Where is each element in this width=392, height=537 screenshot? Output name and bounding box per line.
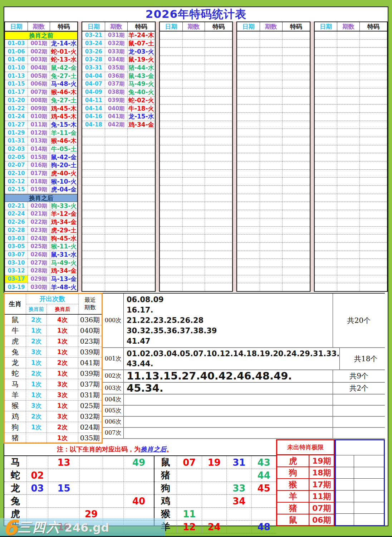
empty-draw-row xyxy=(315,194,387,202)
empty-cell xyxy=(354,514,384,525)
draw-code: 鼠-42-金 xyxy=(50,153,77,161)
draw-date: 02-24 xyxy=(5,210,28,218)
zodiac-stats-row: 兔 3次 1次 039期 xyxy=(5,347,102,358)
empty-draw-row xyxy=(160,283,232,291)
recent-period: 025期 xyxy=(78,401,102,411)
empty-draw-row xyxy=(237,218,309,227)
frequency-total xyxy=(333,406,385,416)
empty-draw-row xyxy=(315,145,387,154)
draw-row: 04-09 038期 兔-40-火 xyxy=(82,88,155,97)
zodiac-stats-row: 鸡 2次 3次 032期 xyxy=(5,411,102,422)
number-cell xyxy=(123,469,154,482)
table-separator xyxy=(156,21,159,292)
number-cell xyxy=(48,495,79,507)
number-cell: 45 xyxy=(251,482,276,494)
draw-code: 羊-12-金 xyxy=(50,210,77,218)
draw-date: 03-07 xyxy=(5,251,28,259)
number-cell: 19 xyxy=(202,456,227,469)
zodiac-name: 鼠 xyxy=(155,456,177,469)
draw-row: 02-24 021期 羊-12-金 xyxy=(5,210,77,218)
draw-table-header: 日期 期数 特码 xyxy=(315,22,387,32)
zodiac-name: 猪 xyxy=(5,433,26,443)
zodiac-stats-header: 生肖 开出次数 换肖前 换肖后 最近 期数 xyxy=(5,294,102,315)
empty-draw-row xyxy=(160,113,232,121)
frequency-row: 005次 xyxy=(103,406,385,417)
empty-draw-row xyxy=(82,267,155,275)
bottom-right-row: 鼠 07 19 31 43 xyxy=(155,456,276,469)
empty-draw-row xyxy=(160,161,232,170)
draw-code: 龙-15-水 xyxy=(127,113,155,121)
recent-period: 040期 xyxy=(78,325,102,336)
draw-period: 008期 xyxy=(28,97,50,105)
draw-table-group3: 日期 期数 特码 xyxy=(159,21,233,292)
empty-draw-row xyxy=(160,64,232,72)
draw-period: 011期 xyxy=(28,121,50,129)
draw-period: 039期 xyxy=(105,97,127,105)
limits-panel: 虎 19期 狗 18期 猴 17期 羊 11期 猪 07期 xyxy=(276,455,335,526)
number-cell: 34 xyxy=(226,495,251,507)
draw-period: 003期 xyxy=(28,56,50,64)
zodiac-stats-row: 鼠 2次 4次 036期 xyxy=(5,315,102,325)
recent-period: 036期 xyxy=(78,315,102,325)
empty-draw-row xyxy=(160,194,232,202)
draw-date: 03-05 xyxy=(5,243,28,251)
number-cell: 44 xyxy=(251,469,276,482)
draw-code: 狗-45-水 xyxy=(50,234,77,242)
number-cell: 49 xyxy=(123,456,154,469)
zodiac-name: 鸡 xyxy=(155,495,177,507)
zodiac-name: 兔 xyxy=(5,347,26,357)
limits-period: 07期 xyxy=(309,503,334,514)
draw-table-header: 日期 期数 特码 xyxy=(160,22,232,32)
empty-draw-row xyxy=(160,145,232,154)
empty-draw-row xyxy=(160,48,232,56)
code-column-header: 特码 xyxy=(50,22,77,31)
draw-period: 018期 xyxy=(28,178,50,185)
empty-draw-row xyxy=(160,80,232,88)
draw-table-group2: 日期 期数 特码 03-21 031期 羊-24-木 03-24 032期 鼠-… xyxy=(82,21,155,292)
draw-period: 023期 xyxy=(28,227,50,234)
frequency-numbers: 06.08.09 16.17. 21.22.23.25.26.28 30.32.… xyxy=(124,294,333,347)
draw-period: 021期 xyxy=(28,210,50,218)
empty-draw-row xyxy=(237,251,309,259)
draw-row: 02-03 014期 牛-05-土 xyxy=(5,145,77,154)
empty-draw-row xyxy=(237,145,309,154)
period-column-header: 期数 xyxy=(105,22,127,31)
frequency-total xyxy=(333,428,385,438)
empty-draw-row xyxy=(237,267,309,275)
empty-draw-row xyxy=(160,56,232,64)
bottom-left-table: 马 13 49 蛇 02 龙 03 15 xyxy=(4,455,155,526)
empty-draw-row xyxy=(315,121,387,129)
before-count: 2次 xyxy=(26,368,46,379)
number-cell xyxy=(177,469,202,482)
empty-draw-row xyxy=(315,64,387,72)
before-count: 1次 xyxy=(26,325,46,336)
frequency-numbers xyxy=(124,428,333,438)
draw-code: 鸡-34-金 xyxy=(50,218,77,226)
frequency-row: 002次 11.13.15.27.40.42.46.48.49. 共9个 xyxy=(103,370,385,383)
draw-period: 012期 xyxy=(28,129,50,137)
zodiac-name: 狗 xyxy=(155,482,177,494)
empty-draw-row xyxy=(82,137,155,145)
draw-period: 010期 xyxy=(28,113,50,121)
empty-draw-row xyxy=(315,48,387,56)
empty-draw-row xyxy=(315,105,387,113)
frequency-row: 003次 45.34. 共2个 xyxy=(103,383,385,395)
draw-code: 蛇-01-火 xyxy=(50,48,77,55)
page-title: 2026年特码统计表 xyxy=(4,7,388,21)
draw-row: 04-04 036期 鼠-43-金 xyxy=(82,72,155,80)
draw-date: 03-17 xyxy=(5,275,28,283)
draw-code: 牛-05-土 xyxy=(50,145,77,153)
draw-code: 鸡-34-金 xyxy=(127,121,155,129)
zodiac-stats-row: 狗 1次 2次 024期 xyxy=(5,422,102,433)
limits-zodiac: 猪 xyxy=(277,503,309,514)
empty-draw-row xyxy=(237,259,309,267)
number-cell: 33 xyxy=(226,482,251,494)
empty-draw-row xyxy=(82,243,155,251)
draw-code: 马-48-火 xyxy=(50,80,77,88)
draw-period: 030期 xyxy=(28,283,50,291)
before-change-header: 换肖前 xyxy=(26,304,46,314)
after-count: 1次 xyxy=(46,433,78,443)
draw-period: 004期 xyxy=(28,64,50,72)
frequency-total: 共2个 xyxy=(333,383,385,394)
empty-cell xyxy=(336,490,354,502)
